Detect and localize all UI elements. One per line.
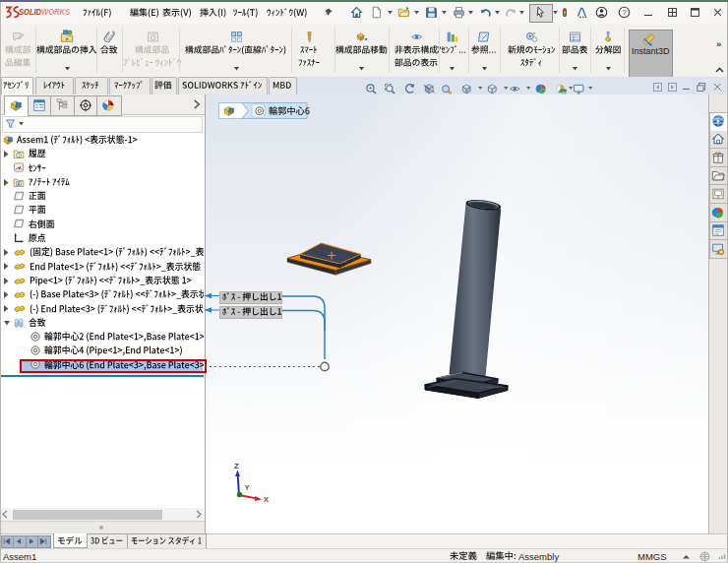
svg-text:?: ? bbox=[622, 8, 627, 17]
svg-text:X: X bbox=[264, 495, 269, 504]
svg-text:Z: Z bbox=[234, 462, 239, 470]
svg-text:A: A bbox=[18, 181, 21, 186]
svg-text:Y: Y bbox=[245, 483, 250, 492]
